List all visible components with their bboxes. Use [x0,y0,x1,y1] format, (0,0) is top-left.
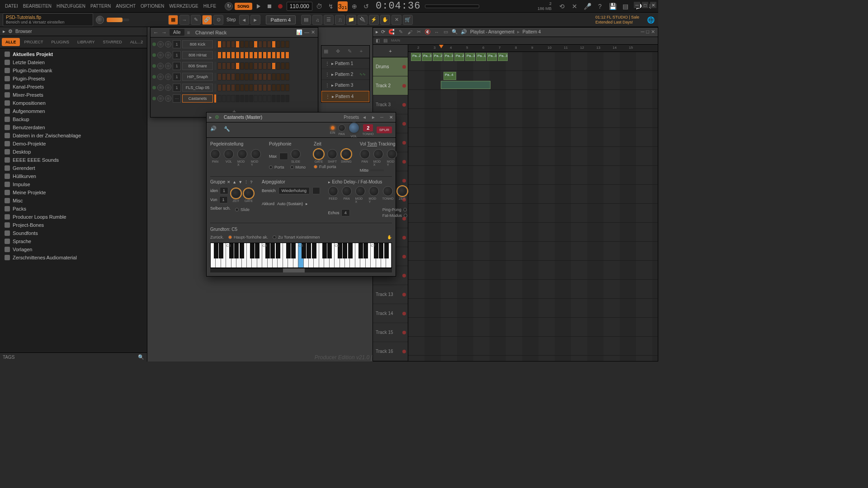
step-cell[interactable] [254,73,258,80]
step-cell[interactable] [240,95,244,102]
group-zeit-knob[interactable] [231,188,241,198]
step-cell[interactable] [217,52,222,59]
tree-item[interactable]: Packs [0,205,147,213]
pattern-selector[interactable]: Pattern 4 [266,15,296,24]
track-mute-led[interactable] [402,312,406,315]
channel-vol-knob[interactable] [165,52,171,58]
loop-icon[interactable]: ↺ [361,1,371,11]
channel-vol-knob[interactable] [165,95,171,102]
pingpong-radio[interactable]: Ping-Pong [382,207,407,212]
clip-row[interactable]: Pa..4 [408,71,658,90]
piano-scrollbar[interactable] [210,268,392,272]
audio-clip[interactable] [441,81,491,89]
step-cell[interactable] [245,41,249,48]
cr-swing-icon[interactable]: — [304,29,309,35]
pattern-clip[interactable]: Pa..1 [476,53,486,61]
channel-name-button[interactable]: Castanets [182,94,213,103]
step-cell[interactable] [222,84,226,91]
step-cell[interactable] [217,84,222,91]
view-playlist-icon[interactable]: ▤ [301,15,311,25]
track-modx-knob[interactable] [373,149,383,159]
channel-led[interactable] [152,86,156,89]
black-key[interactable] [312,243,316,258]
step-cell[interactable] [276,41,280,48]
step-cell[interactable] [263,95,267,102]
pattern-clip[interactable]: Pa..3 [443,53,453,61]
view-close-icon[interactable]: ✕ [392,15,401,25]
master-volume-slider[interactable] [107,19,129,21]
browser-tree[interactable]: Aktuelles ProjektLetzte DateienPlugin-Da… [0,48,147,352]
track-header[interactable]: Drums [373,57,408,76]
pan-knob[interactable] [210,149,220,159]
mitte-slider[interactable] [370,169,384,171]
cr-fwd-icon[interactable]: → [161,29,167,36]
channel-number[interactable]: 1 [173,73,181,81]
step-cell[interactable] [258,73,262,80]
fatmode-radio[interactable]: Fat-Modus [382,213,407,218]
pl-play-icon[interactable]: 🔊 [460,28,467,36]
stop-button[interactable] [265,2,274,11]
step-cell[interactable] [276,62,280,70]
menu-werkzeuge[interactable]: WERKZEUGE [167,2,200,10]
track-header[interactable]: Track 15 [373,323,408,342]
step-cell[interactable] [272,95,276,102]
step-cell[interactable] [254,41,258,48]
echo-zeit-knob[interactable] [397,186,407,196]
track-mute-led[interactable] [402,274,406,277]
tab-alle[interactable]: ALLE [2,38,20,46]
tree-item[interactable]: Letzte Dateien [0,58,147,66]
step-cell[interactable] [285,73,289,80]
slide-knob[interactable] [291,149,301,159]
tree-item[interactable]: Producer Loops Rumble [0,213,147,221]
step-cell[interactable] [226,84,231,91]
group-menu-icon[interactable]: ⋮ [244,180,248,184]
track-mute-led[interactable] [402,65,406,69]
step-cell[interactable] [263,52,267,59]
step-cell[interactable] [240,73,244,80]
mody-knob[interactable] [251,149,261,159]
channel-led[interactable] [152,42,156,46]
view-piano-icon[interactable]: ♫ [312,15,322,25]
step-cell[interactable] [267,95,271,102]
menu-ansicht[interactable]: ANSICHT [113,2,138,10]
tree-item[interactable]: Aktuelles Projekt [0,50,147,58]
channel-pan-knob[interactable] [157,84,164,91]
track-mute-led[interactable] [402,84,406,88]
fullporta-radio[interactable]: Full porta [314,164,352,169]
step-cell[interactable] [240,52,244,59]
tree-item[interactable]: Project-Bones [0,221,147,229]
menu-datei[interactable]: DATEI [3,2,20,10]
save-icon[interactable]: 💾 [608,1,618,11]
black-key[interactable] [327,243,332,258]
track-mute-led[interactable] [402,122,406,126]
step-cell[interactable] [231,41,235,48]
black-key[interactable] [363,243,368,258]
cr-filter-dropdown[interactable]: Alle [170,29,184,36]
studio-info[interactable]: 01:12 FL STUDIO | SaleExtended Last Days… [592,15,643,25]
master-pitch-knob[interactable] [96,16,104,24]
spur-button[interactable]: SPUR [377,127,392,133]
step-cell[interactable] [267,52,271,59]
channel-select-bar[interactable] [214,51,216,59]
step-cell[interactable] [267,62,271,70]
step-cell[interactable] [236,41,240,48]
tree-item[interactable]: Kompositionen [0,99,147,107]
clip-row[interactable] [408,223,658,242]
step-cell[interactable] [272,73,276,80]
wait-icon[interactable]: ↯ [326,1,336,11]
group-up-icon[interactable]: ▲ [232,180,236,184]
step-cell[interactable] [276,95,280,102]
max-value[interactable] [279,153,288,160]
step-cell[interactable] [281,62,285,70]
preset-next-icon[interactable]: ► [370,115,377,120]
clip-row[interactable] [408,204,658,223]
step-cell[interactable] [281,84,285,91]
step-cell[interactable] [254,95,258,102]
channel-number[interactable]: 1 [173,51,181,59]
clip-row[interactable] [408,299,658,318]
channel-led[interactable] [152,75,156,79]
porta-radio[interactable]: Porta Mono [269,165,306,169]
step-cell[interactable] [263,41,267,48]
step-cell[interactable] [258,84,262,91]
black-key[interactable] [270,243,275,258]
